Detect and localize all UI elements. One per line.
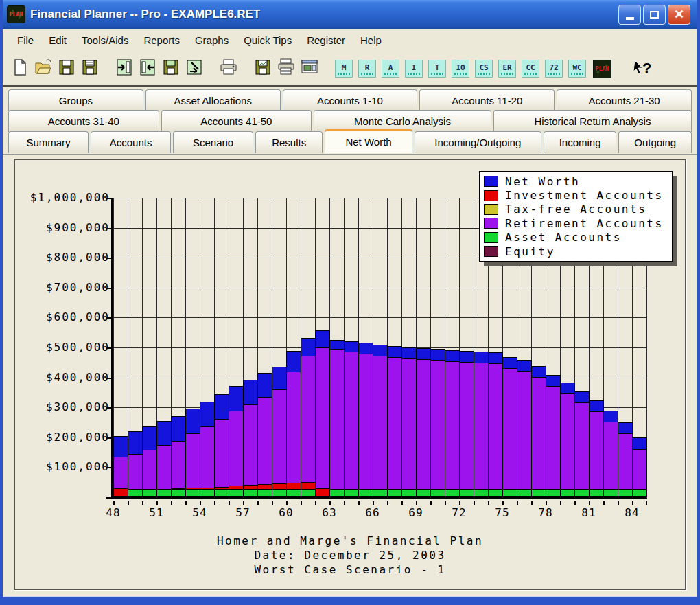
segment-net_worth — [142, 426, 157, 450]
tab-groups[interactable]: Groups — [8, 89, 143, 111]
print-icon — [219, 58, 238, 80]
segment-asset — [401, 489, 417, 497]
tab-accounts-31-40[interactable]: Accounts 31-40 — [8, 110, 159, 132]
segment-asset — [128, 489, 143, 497]
menu-file[interactable]: File — [10, 30, 41, 52]
calc-button-io[interactable]: IO — [452, 60, 469, 78]
save-report-button[interactable] — [253, 58, 273, 79]
menu-quick-tips[interactable]: Quick Tips — [236, 30, 299, 52]
x-axis-label: 81 — [579, 506, 599, 519]
tab-asset-allocations[interactable]: Asset Allocations — [145, 89, 281, 111]
save-as-button[interactable] — [80, 58, 100, 79]
tab-scenario[interactable]: Scenario — [173, 131, 253, 153]
segment-retirement — [113, 457, 128, 489]
segment-net_worth — [517, 360, 532, 372]
segment-asset — [200, 489, 215, 497]
tab-accounts[interactable]: Accounts — [91, 131, 171, 153]
print-report-button[interactable] — [276, 58, 296, 79]
plan-button[interactable]: PLAN — [593, 60, 611, 78]
calc-label-a: A — [388, 63, 393, 72]
bar-age-77 — [531, 366, 546, 497]
menu-help[interactable]: Help — [353, 30, 389, 52]
segment-retirement — [142, 450, 157, 490]
segment-retirement — [229, 411, 244, 486]
calc-button-wc[interactable]: WC — [568, 60, 586, 78]
save-file-button[interactable] — [56, 58, 77, 79]
tab-accounts-11-20[interactable]: Accounts 11-20 — [419, 89, 555, 111]
calc-button-er[interactable]: ER — [498, 60, 516, 78]
calc-button-r[interactable]: R — [358, 60, 376, 78]
segment-retirement — [185, 433, 200, 488]
export-data-button[interactable] — [137, 58, 158, 79]
open-file-button[interactable] — [33, 58, 54, 79]
close-button[interactable]: ✕ — [668, 5, 690, 25]
chart-scenario: Worst Case Scenario - 1 — [15, 563, 685, 576]
segment-retirement — [214, 419, 229, 488]
import-data-button[interactable] — [114, 58, 135, 79]
title-bar: PLAN Financial Planner -- Pro - EXAMPLE6… — [3, 0, 697, 29]
tab-outgoing[interactable]: Outgoing — [618, 131, 692, 153]
print-button[interactable] — [218, 58, 239, 79]
segment-asset — [185, 489, 200, 497]
tab-net-worth[interactable]: Net Worth — [325, 129, 412, 153]
bar-age-72 — [459, 351, 474, 497]
tab-historical-return-analysis[interactable]: Historical Return Analysis — [493, 110, 692, 132]
tab-incoming[interactable]: Incoming — [544, 131, 617, 153]
menu-reports[interactable]: Reports — [136, 30, 187, 52]
bar-age-59 — [272, 367, 287, 497]
segment-asset — [589, 489, 604, 497]
calc-button-a[interactable]: A — [382, 60, 399, 78]
segment-retirement — [589, 411, 604, 490]
tab-label: Summary — [26, 137, 70, 148]
tab-results[interactable]: Results — [255, 131, 323, 153]
minimize-button[interactable] — [618, 5, 641, 25]
tab-summary[interactable]: Summary — [8, 131, 89, 153]
segment-investment — [315, 488, 330, 497]
chart-title: Homer and Marge's Financial Plan — [15, 534, 685, 547]
segment-retirement — [502, 368, 517, 490]
app-window: PLAN Financial Planner -- Pro - EXAMPLE6… — [0, 0, 700, 605]
calc-button-m[interactable]: M — [335, 60, 353, 78]
context-help-button[interactable]: ? — [633, 60, 651, 78]
net-worth-chart-panel: Net WorthInvestment AccountsTax-free Acc… — [14, 159, 686, 590]
bar-age-55 — [214, 394, 229, 497]
y-axis-label: $300,000 — [22, 400, 110, 414]
segment-asset — [358, 489, 373, 497]
calc-button-cc[interactable]: CC — [522, 60, 539, 78]
tab-incoming-outgoing[interactable]: Incoming/Outgoing — [415, 131, 541, 153]
save-data-button[interactable] — [161, 58, 181, 79]
tab-accounts-41-50[interactable]: Accounts 41-50 — [161, 110, 312, 132]
tab-accounts-21-30[interactable]: Accounts 21-30 — [557, 89, 692, 111]
tab-label: Incoming — [559, 137, 601, 148]
y-axis-label: $100,000 — [22, 460, 110, 474]
menu-register[interactable]: Register — [299, 30, 353, 52]
segment-net_worth — [358, 343, 373, 354]
tab-label: Accounts — [110, 137, 152, 148]
squiggle-underline — [338, 73, 350, 75]
report-preview-button[interactable] — [299, 58, 320, 79]
segment-asset — [488, 489, 503, 497]
menu-graphs[interactable]: Graphs — [187, 30, 236, 52]
calc-button-t[interactable]: T — [428, 60, 446, 78]
squiggle-underline — [478, 73, 490, 75]
segment-net_worth — [459, 351, 474, 363]
segment-net_worth — [401, 347, 417, 359]
segment-net_worth — [603, 411, 618, 422]
bar-age-52 — [171, 416, 186, 497]
calc-button-i[interactable]: I — [405, 60, 423, 78]
calc-button-cs[interactable]: CS — [475, 60, 493, 78]
new-file-button[interactable] — [10, 58, 30, 79]
save-export-button[interactable] — [184, 58, 205, 79]
segment-asset — [416, 489, 431, 497]
menu-edit[interactable]: Edit — [41, 30, 74, 52]
menu-tools-aids[interactable]: Tools/Aids — [74, 30, 136, 52]
maximize-button[interactable] — [643, 5, 666, 25]
bar-age-63 — [329, 340, 345, 497]
tab-accounts-1-10[interactable]: Accounts 1-10 — [283, 89, 418, 111]
segment-retirement — [618, 433, 633, 490]
segment-net_worth — [560, 383, 575, 394]
tab-row-3: SummaryAccountsScenarioResultsNet WorthI… — [8, 132, 692, 153]
calc-button-72[interactable]: 72 — [545, 60, 563, 78]
segment-net_worth — [488, 352, 503, 364]
tab-label: Incoming/Outgoing — [434, 137, 521, 148]
